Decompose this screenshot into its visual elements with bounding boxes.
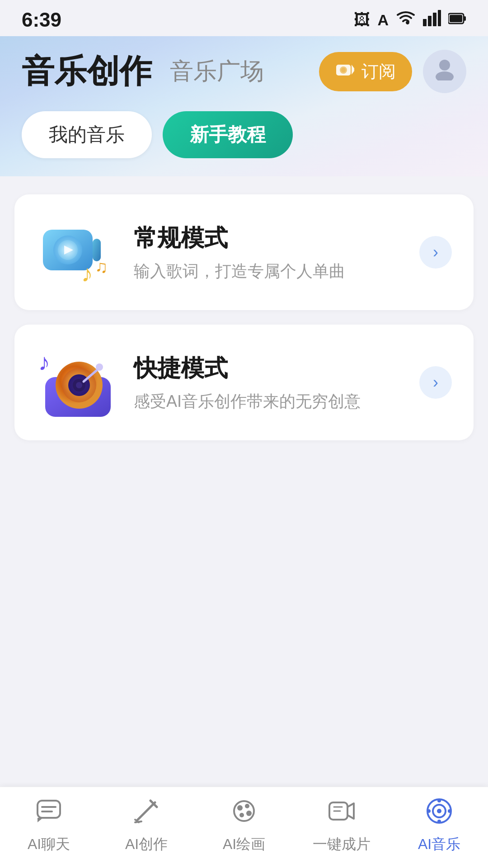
nav-label-ai-paint: AI绘画 bbox=[223, 835, 265, 854]
svg-point-12 bbox=[436, 71, 454, 80]
quick-mode-title: 快捷模式 bbox=[134, 353, 403, 384]
status-time: 6:39 bbox=[22, 9, 61, 31]
top-nav: 音乐创作 音乐广场 订阅 bbox=[0, 36, 488, 102]
chat-icon bbox=[36, 798, 62, 830]
paint-icon bbox=[231, 798, 257, 830]
tab-buttons: 我的音乐 新手教程 bbox=[0, 102, 488, 158]
nav-label-ai-create: AI创作 bbox=[125, 835, 168, 854]
music-icon bbox=[426, 798, 452, 830]
status-bar: 6:39 🖼 A bbox=[0, 0, 488, 36]
nav-label-ai-music: AI音乐 bbox=[418, 835, 460, 854]
nav-label-one-click: 一键成片 bbox=[313, 835, 371, 854]
svg-point-28 bbox=[96, 363, 103, 371]
image-icon: 🖼 bbox=[354, 10, 370, 29]
user-icon bbox=[433, 57, 456, 86]
svg-point-49 bbox=[437, 820, 441, 823]
chevron-right-icon-2: › bbox=[433, 373, 438, 392]
svg-text:♪: ♪ bbox=[81, 260, 93, 287]
regular-mode-card[interactable]: ♪ ♫ bbox=[14, 194, 474, 310]
svg-point-39 bbox=[246, 811, 252, 816]
tab-tutorial[interactable]: 新手教程 bbox=[163, 111, 293, 158]
svg-rect-0 bbox=[423, 19, 427, 26]
svg-point-40 bbox=[239, 813, 244, 817]
nav-title-music-square[interactable]: 音乐广场 bbox=[170, 56, 264, 87]
subscribe-label: 订阅 bbox=[361, 60, 396, 83]
nav-item-ai-chat[interactable]: AI聊天 bbox=[13, 798, 85, 854]
regular-mode-title: 常规模式 bbox=[134, 222, 403, 254]
nav-label-ai-chat: AI聊天 bbox=[28, 835, 70, 854]
tab-my-music[interactable]: 我的音乐 bbox=[22, 111, 152, 158]
nav-item-ai-create[interactable]: AI创作 bbox=[110, 798, 183, 854]
a-icon: A bbox=[377, 11, 389, 29]
svg-rect-6 bbox=[464, 16, 466, 21]
quick-mode-subtitle: 感受AI音乐创作带来的无穷创意 bbox=[134, 391, 403, 413]
quick-mode-card[interactable]: ♪ bbox=[14, 325, 474, 440]
subscribe-button[interactable]: 订阅 bbox=[319, 52, 412, 91]
svg-point-26 bbox=[76, 382, 82, 388]
svg-rect-2 bbox=[433, 13, 436, 26]
status-icons: 🖼 A bbox=[354, 10, 466, 30]
avatar-button[interactable] bbox=[423, 50, 466, 93]
nav-item-one-click[interactable]: 一键成片 bbox=[305, 798, 378, 854]
video-icon bbox=[328, 798, 355, 830]
svg-rect-5 bbox=[450, 15, 462, 22]
svg-rect-3 bbox=[438, 10, 441, 26]
nav-title-music-creation[interactable]: 音乐创作 bbox=[22, 50, 152, 93]
regular-mode-arrow[interactable]: › bbox=[419, 236, 452, 269]
svg-point-11 bbox=[439, 60, 450, 71]
main-content: ♪ ♫ bbox=[0, 176, 488, 809]
signal-icon bbox=[423, 10, 441, 30]
svg-point-9 bbox=[341, 68, 346, 72]
svg-point-50 bbox=[427, 809, 431, 813]
regular-mode-icon: ♪ ♫ bbox=[36, 216, 117, 288]
svg-point-51 bbox=[448, 809, 451, 813]
svg-point-47 bbox=[437, 809, 441, 813]
quick-mode-arrow[interactable]: › bbox=[419, 366, 452, 399]
quick-mode-text: 快捷模式 感受AI音乐创作带来的无穷创意 bbox=[134, 353, 403, 413]
svg-marker-42 bbox=[347, 803, 354, 819]
nav-item-ai-paint[interactable]: AI绘画 bbox=[208, 798, 280, 854]
nav-item-ai-music[interactable]: AI音乐 bbox=[403, 798, 475, 854]
svg-line-35 bbox=[135, 821, 141, 822]
svg-marker-10 bbox=[352, 65, 354, 75]
svg-rect-29 bbox=[38, 801, 60, 818]
nav-right: 订阅 bbox=[319, 50, 466, 93]
regular-mode-subtitle: 输入歌词，打造专属个人单曲 bbox=[134, 260, 403, 283]
svg-rect-1 bbox=[428, 16, 432, 26]
camera-subscribe-icon bbox=[335, 61, 355, 82]
regular-mode-text: 常规模式 输入歌词，打造专属个人单曲 bbox=[134, 222, 403, 283]
svg-text:♫: ♫ bbox=[95, 257, 108, 276]
bottom-nav: AI聊天 AI创作 AI绘画 一键成片 AI音乐 bbox=[0, 787, 488, 868]
wifi-icon bbox=[396, 10, 416, 30]
svg-text:♪: ♪ bbox=[38, 349, 50, 375]
quick-mode-icon: ♪ bbox=[36, 346, 117, 419]
battery-icon bbox=[448, 10, 466, 29]
svg-point-48 bbox=[437, 799, 441, 802]
chevron-right-icon: › bbox=[433, 243, 438, 262]
svg-point-36 bbox=[234, 801, 254, 821]
svg-point-37 bbox=[237, 805, 243, 811]
create-icon bbox=[133, 798, 160, 830]
svg-line-32 bbox=[137, 802, 155, 821]
svg-point-38 bbox=[245, 804, 249, 808]
header-area: 音乐创作 音乐广场 订阅 我的音乐 新手教程 bbox=[0, 36, 488, 176]
